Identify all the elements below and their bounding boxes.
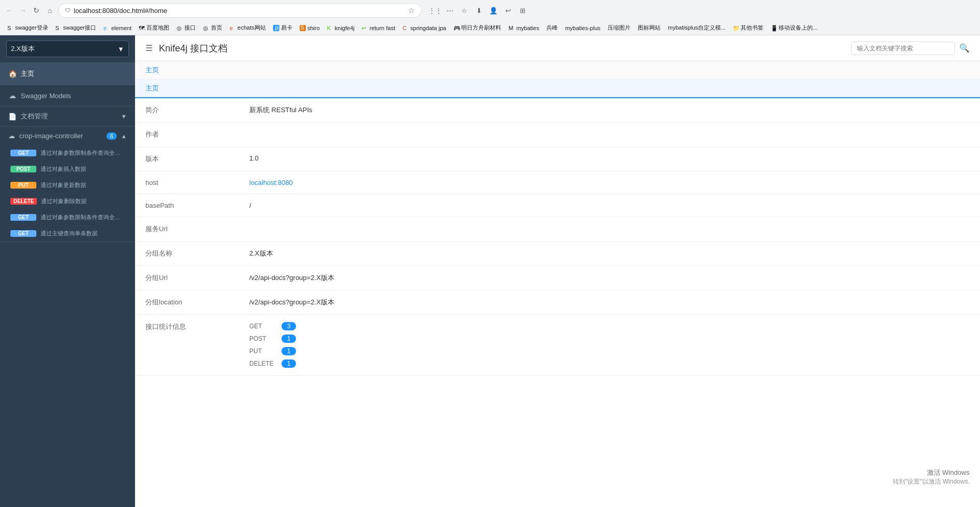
chevron-down-icon: ▼ [117,45,124,53]
api-desc-1: 通过对象插入数据 [41,165,86,173]
api-item-4[interactable]: GET 通过对象参数限制条件查询全部分页 [0,209,135,225]
stat-badge-put: 1 [281,347,296,355]
bookmark-icon-site[interactable]: 图标网站 [635,23,664,33]
api-item-0[interactable]: GET 通过对象参数限制条件查询全部数据 [0,145,135,161]
sidebar-controller-header[interactable]: ☁ crop-image-controller 6 ▲ [0,127,135,145]
forward-button[interactable]: → [18,5,28,16]
app-container: 2.X版本 ▼ 🏠 主页 ☁ Swagger Models [0,35,980,507]
row-label-group-location: 分组location [135,290,239,315]
profile-button[interactable]: 👤 [487,4,500,17]
row-value-jianjie: 新系统 RESTful APIs [239,98,980,123]
bookmark-mybaties-plus[interactable]: mybaties-plus [562,24,603,32]
cloud-icon: ☁ [8,132,15,140]
method-get-badge-2: GET [10,214,36,221]
api-desc-5: 通过主键查询单条数据 [41,230,98,237]
tab-bar: 主页 [135,79,980,98]
bookmark-bingfeng[interactable]: 兵峰 [543,23,561,33]
api-item-5[interactable]: GET 通过主键查询单条数据 [0,225,135,242]
row-value-stats: GET 3 POST 1 PUT 1 [239,315,980,376]
download-button[interactable]: ⬇ [473,4,485,17]
bookmark-swagger-login[interactable]: S swagger登录 [4,23,51,33]
bookmark-knife4j[interactable]: K knigfe4j [324,24,358,32]
bookmarks-bar: S swagger登录 S swagger接口 e element 🗺 百度地图… [0,21,980,35]
bookmark-jiekou[interactable]: ◎ 接口 [173,23,199,33]
more-button[interactable]: ⋯ [444,4,456,17]
api-desc-4: 通过对象参数限制条件查询全部分页 [41,214,124,221]
bookmark-compress-img[interactable]: 压缩图片 [605,23,634,33]
table-row: 版本 1.0 [135,147,980,171]
star-icon[interactable]: ☆ [408,6,415,15]
bookmark-return-fast[interactable]: ↩ return fast [358,24,398,32]
menu-icon[interactable]: ☰ [145,43,153,53]
search-button[interactable]: 🔍 [959,43,970,53]
bookmark-element[interactable]: e element [100,24,135,32]
version-selector: 2.X版本 ▼ [0,35,135,63]
sidebar-section-swagger: ☁ Swagger Models [0,85,135,106]
row-value-author [239,123,980,147]
sidebar-item-swagger-models[interactable]: ☁ Swagger Models [0,85,135,106]
api-desc-2: 通过对象更新数据 [41,181,86,189]
method-post-badge: POST [10,166,36,172]
stat-method-put: PUT [249,348,275,355]
address-input[interactable] [74,7,405,15]
bookmark-echarts[interactable]: e echats网站 [226,23,269,33]
doc-icon: 📄 [8,113,17,121]
sidebar-item-doc-mgmt[interactable]: 📄 文档管理 ▼ [0,106,135,126]
stat-badge-post: 1 [281,335,296,343]
sidebar-item-home[interactable]: 🏠 主页 [0,63,135,85]
breadcrumb-home[interactable]: 主页 [145,66,159,74]
apps-button[interactable]: ⊞ [516,4,529,17]
sidebar-section-home: 🏠 主页 [0,63,135,85]
bookmark-mybatisplus-custom[interactable]: mybatisplus自定义模... [665,23,729,33]
stat-method-post: POST [249,335,275,342]
row-label-stats: 接口统计信息 [135,315,239,376]
browser-chrome: ← → ↻ ⌂ 🛡 ☆ ⋮⋮ ⋯ ☆ ⬇ 👤 ↩ ⊞ S swagger登录 S… [0,0,980,35]
row-value-group-name: 2.X版本 [239,242,980,266]
row-label-version: 版本 [135,147,239,171]
api-item-1[interactable]: POST 通过对象插入数据 [0,161,135,177]
sidebar-section-controller: ☁ crop-image-controller 6 ▲ GET 通过对象参数限制… [0,127,135,242]
back-button[interactable]: ← [4,5,15,16]
row-label-host: host [135,171,239,194]
table-row-stats: 接口统计信息 GET 3 POST 1 [135,315,980,376]
model-icon: ☁ [8,91,17,100]
version-select[interactable]: 2.X版本 ▼ [6,41,129,57]
address-bar: 🛡 ☆ [58,3,422,18]
row-value-version: 1.0 [239,147,980,171]
table-row: 分组Url /v2/api-docs?group=2.X版本 [135,266,980,290]
stat-badge-get: 3 [281,322,296,330]
browser-toolbar: ← → ↻ ⌂ 🛡 ☆ ⋮⋮ ⋯ ☆ ⬇ 👤 ↩ ⊞ [0,0,980,21]
home-button[interactable]: ⌂ [45,5,55,16]
row-value-host[interactable]: localhost:8080 [239,171,980,194]
bookmark-swagger-api[interactable]: S swagger接口 [52,23,100,33]
api-item-3[interactable]: DELETE 通过对象删除数据 [0,193,135,209]
bookmark-shiro[interactable]: S shiro [297,24,323,32]
api-item-2[interactable]: PUT 通过对象更新数据 [0,177,135,193]
method-get-badge-3: GET [10,230,36,237]
bookmark-other[interactable]: 📁 其他书签 [730,23,767,33]
stat-badge-delete: 1 [281,359,296,368]
bookmark-homepage[interactable]: ◎ 首页 [200,23,225,33]
table-row: 服务Url [135,217,980,242]
method-get-badge: GET [10,150,36,156]
search-area: 🔍 [851,42,970,55]
row-value-service-url [239,217,980,242]
tab-home[interactable]: 主页 [135,79,169,98]
sidebar: 2.X版本 ▼ 🏠 主页 ☁ Swagger Models [0,35,135,507]
search-input[interactable] [851,42,955,55]
stat-method-get: GET [249,323,275,330]
sidebar-nav: 🏠 主页 ☁ Swagger Models 📄 文档管理 ▼ [0,63,135,507]
main-content: 主页 简介 新系统 RESTful APIs 作者 版本 [135,79,980,507]
row-label-group-name: 分组名称 [135,242,239,266]
back-icon[interactable]: ↩ [502,4,514,17]
bookmark-button[interactable]: ☆ [458,4,471,17]
bookmark-baidu-map[interactable]: 🗺 百度地图 [136,23,172,33]
bookmark-yika[interactable]: 易 易卡 [270,23,296,33]
refresh-button[interactable]: ↻ [31,5,42,16]
extensions-button[interactable]: ⋮⋮ [429,4,441,17]
bookmark-mobile[interactable]: 📱 移动设备上的... [768,23,821,33]
bookmark-mingri[interactable]: 🎮 明日方舟刷材料 [450,23,504,33]
bookmark-mybaties[interactable]: M mybaties [505,24,542,32]
bookmark-springdata-jpa[interactable]: C springdata jpa [399,24,449,32]
windows-activation-watermark: 激活 Windows 转到"设置"以激活 Windows. [893,468,970,486]
